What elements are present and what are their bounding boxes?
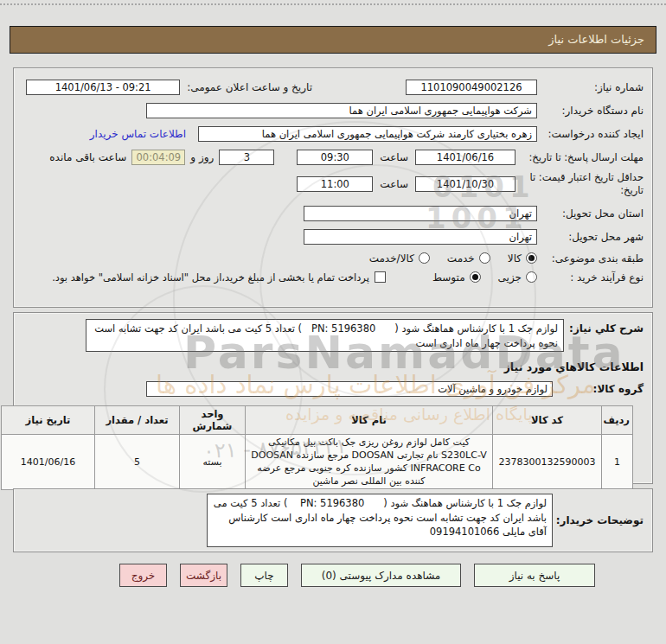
cell-code: 2378300132590003 [493,435,602,490]
creator-row: ایجاد کننده درخواست: زهره بختیاری کارمند… [22,126,644,142]
process-option-minor-label: جزیی [498,271,522,284]
print-button[interactable]: چاپ [240,564,288,587]
process-option-medium[interactable]: متوسط [432,271,481,284]
goods-group-field[interactable]: لوازم خودرو و ماشین آلات [146,381,553,397]
deadline-label: مهلت ارسال پاسخ: تا تاریخ: [516,151,644,164]
validity-time-field[interactable]: 11:00 [297,176,373,192]
announce-datetime-field[interactable]: 09:21 - 1401/06/13 [26,80,180,95]
col-header-qty: تعداد / مقدار [95,406,180,435]
answer-need-button[interactable]: پاسخ به نیاز [474,564,595,587]
province-label: استان محل تحویل: [537,207,644,220]
buyer-notes-panel: توضیحات خریدار: لوازم جک 1 با کارشناس هم… [13,488,653,552]
province-field[interactable]: تهران [304,206,537,221]
page-title: جزئیات اطلاعات نیاز [10,26,656,54]
validity-hour-label: ساعت [380,178,408,190]
process-option-minor[interactable]: جزیی [498,271,537,284]
cell-unit: بسته [180,435,246,490]
deadline-time-field[interactable]: 09:30 [297,150,373,165]
buyer-org-label: نام دستگاه خریدار: [537,105,644,117]
buyer-contact-link[interactable]: اطلاعات تماس خریدار [90,128,186,140]
process-type-label: نوع فرآیند خرید : [537,271,644,284]
cell-name: کیت کامل لوازم روغن ریزی جک باکت بیل مکا… [246,435,493,490]
need-info-panel: شماره نیاز: 1101090049002126 تاریخ و ساع… [13,67,653,308]
radio-medium-icon[interactable] [470,271,481,283]
top-dotted-divider [0,3,666,5]
province-row: استان محل تحویل: تهران [22,206,644,221]
action-buttons-row: پاسخ به نیاز مشاهده مدارک پیوستی (0) چاپ… [119,564,595,587]
class-option-goods-service[interactable]: کالا/خدمت [369,252,430,265]
need-desc-row: شرح کلي نیاز: لوازم جک 1 با کارشناس هماه… [22,319,644,352]
col-header-code: کد کالا [493,406,602,435]
radio-service-icon[interactable] [479,252,490,264]
col-header-row-no: ردیف [602,406,633,435]
buyer-org-field[interactable]: شرکت هواپیمایی جمهوری اسلامی ایران هما [146,103,537,118]
cell-row-no: 1 [602,435,633,490]
deadline-hour-label: ساعت [380,151,408,163]
exit-button[interactable]: خروج [119,564,167,587]
class-option-service[interactable]: خدمت [447,252,490,265]
table-row: 1 2378300132590003 کیت کامل لوازم روغن ر… [2,435,633,490]
days-suffix-label: روز و [190,151,214,163]
countdown-timer: 00:04:09 [131,150,185,165]
process-option-medium-label: متوسط [432,271,465,284]
goods-section-header: اطلاعات کالاهاي مورد نیاز [22,360,644,373]
deadline-date-field[interactable]: 1401/06/16 [415,150,516,165]
price-validity-row: حداقل تاریخ اعتبار قیمت: تا تاریخ: 1401/… [22,171,644,197]
radio-goods-service-icon[interactable] [419,252,430,264]
goods-table: ردیف کد کالا نام کالا واحد شمارش تعداد /… [1,405,633,490]
cell-qty: 5 [95,435,180,490]
goods-group-row: گروه کالا: لوازم خودرو و ماشین آلات [22,381,644,397]
cell-need-date: 1401/06/16 [2,435,95,490]
creator-label: ایجاد کننده درخواست: [537,128,644,140]
view-attachments-button[interactable]: مشاهده مدارک پیوستی (0) [301,564,461,587]
classification-row: طبقه بندی موضوعی: کالا خدمت کالا/خدمت [22,252,644,265]
class-option-service-label: خدمت [447,252,475,265]
col-header-name: نام کالا [246,406,493,435]
buyer-org-row: نام دستگاه خریدار: شرکت هواپیمایی جمهوری… [22,103,644,118]
need-desc-label: شرح کلي نیاز: [564,322,644,335]
validity-date-field[interactable]: 1401/10/30 [415,176,516,192]
buyer-notes-box[interactable]: لوازم جک 1 با کارشناس هماهنگ شود ( PN: 5… [207,494,553,547]
city-row: شهر محل تحویل: تهران [22,229,644,245]
page: { "title_bar": { "title": "جزئیات اطلاعا… [0,0,666,644]
class-option-goods[interactable]: کالا [508,252,537,265]
treasury-checkbox-label: پرداخت تمام یا بخشی از مبلغ خرید،از محل … [52,271,369,284]
radio-minor-icon[interactable] [526,271,537,283]
creator-field[interactable]: زهره بختیاری کارمند شرکت هواپیمایی جمهور… [198,126,537,142]
treasury-checkbox[interactable] [375,271,386,283]
deadline-row: مهلت ارسال پاسخ: تا تاریخ: 1401/06/16 سا… [22,150,644,165]
city-label: شهر محل تحویل: [537,231,644,243]
classification-label: طبقه بندی موضوعی: [537,252,644,265]
process-type-row: نوع فرآیند خرید : جزیی متوسط پرداخت تمام… [22,271,644,284]
goods-group-label: گروه کالا: [553,383,644,395]
class-option-goods-service-label: کالا/خدمت [369,252,414,265]
need-desc-box[interactable]: لوازم جک 1 با کارشناس هماهنگ شود ( PN: 5… [86,319,564,352]
col-header-need-date: تاریخ نیاز [2,406,95,435]
remaining-hours-label: ساعت باقی مانده [49,151,126,163]
back-button[interactable]: بازگشت [180,564,227,587]
goods-table-header-row: ردیف کد کالا نام کالا واحد شمارش تعداد /… [2,406,633,435]
buyer-notes-label: توضیحات خریدار: [553,514,644,526]
radio-goods-icon[interactable] [526,252,537,264]
buyer-notes-row: توضیحات خریدار: لوازم جک 1 با کارشناس هم… [22,494,644,547]
city-field[interactable]: تهران [304,229,537,245]
announce-datetime-label: تاریخ و ساعت اعلان عمومی: [187,81,312,93]
need-number-row: شماره نیاز: 1101090049002126 تاریخ و ساع… [22,80,644,95]
need-number-field[interactable]: 1101090049002126 [406,80,537,95]
class-option-goods-label: کالا [508,252,522,265]
col-header-unit: واحد شمارش [180,406,246,435]
need-number-label: شماره نیاز: [537,81,644,93]
remaining-days-field[interactable]: 3 [219,150,274,165]
price-validity-label: حداقل تاریخ اعتبار قیمت: تا تاریخ: [516,171,644,197]
goods-panel: شرح کلي نیاز: لوازم جک 1 با کارشناس هماه… [13,312,653,484]
